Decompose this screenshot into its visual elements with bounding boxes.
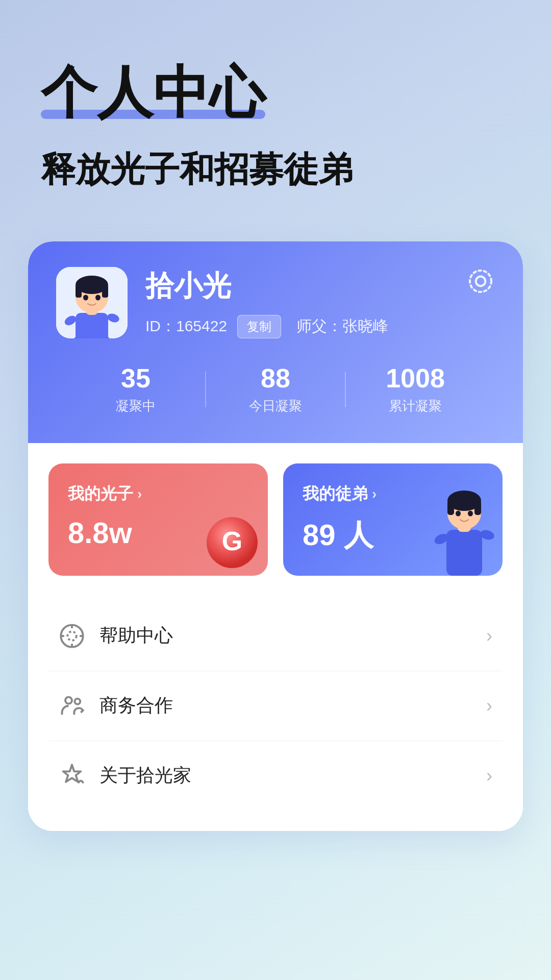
profile-text: 拾小光 ID：165422 复制 师父：张晓峰: [145, 267, 495, 338]
svg-point-1: [470, 271, 491, 292]
stat-condensing: 35 凝聚中: [66, 364, 205, 415]
stat-today-label: 今日凝聚: [206, 397, 345, 415]
disciple-chevron-icon: ›: [372, 486, 377, 502]
svg-rect-8: [76, 285, 82, 298]
stat-condensing-label: 凝聚中: [66, 397, 205, 415]
disciple-figure-icon: [431, 484, 497, 576]
svg-rect-16: [446, 530, 482, 576]
svg-point-32: [65, 697, 72, 703]
profile-id: ID：165422: [145, 316, 227, 337]
profile-section: 拾小光 ID：165422 复制 师父：张晓峰 35 凝聚中 88 今日凝聚 1: [28, 241, 523, 443]
photon-chevron-icon: ›: [137, 486, 142, 502]
svg-rect-20: [447, 501, 454, 515]
menu-label-about: 关于拾光家: [99, 763, 191, 788]
menu-item-about-left: 关于拾光家: [59, 763, 191, 789]
svg-rect-4: [76, 313, 108, 338]
svg-point-11: [95, 295, 101, 300]
stat-total: 1008 累计凝聚: [346, 364, 485, 415]
disciple-card[interactable]: 我的徒弟 › 89 人: [283, 463, 503, 576]
stat-today-value: 88: [206, 364, 345, 393]
menu-item-help[interactable]: 帮助中心 ›: [48, 601, 503, 671]
menu-section: 帮助中心 › 商务合作 ›: [28, 596, 523, 831]
page-title: 个人中心: [41, 61, 265, 123]
page-header: 个人中心 释放光子和招募徒弟: [0, 0, 551, 211]
menu-label-business: 商务合作: [99, 693, 173, 718]
svg-rect-9: [102, 285, 108, 298]
settings-icon[interactable]: [466, 267, 495, 296]
help-icon: [59, 623, 85, 649]
photon-card[interactable]: 我的光子 › 8.8w G: [48, 463, 268, 576]
svg-point-27: [67, 631, 76, 640]
main-card: 拾小光 ID：165422 复制 师父：张晓峰 35 凝聚中 88 今日凝聚 1: [28, 241, 523, 831]
profile-master: 师父：张晓峰: [296, 316, 388, 337]
cards-row: 我的光子 › 8.8w G: [28, 443, 523, 596]
svg-point-0: [476, 276, 486, 286]
photon-orb-icon: G: [204, 514, 260, 571]
svg-point-23: [468, 510, 473, 516]
menu-label-help: 帮助中心: [99, 623, 173, 648]
about-chevron-icon: ›: [486, 765, 492, 787]
stat-total-value: 1008: [346, 364, 485, 393]
stats-row: 35 凝聚中 88 今日凝聚 1008 累计凝聚: [56, 364, 495, 415]
avatar: [56, 267, 128, 338]
business-chevron-icon: ›: [486, 695, 492, 717]
page-subtitle: 释放光子和招募徒弟: [41, 149, 510, 190]
business-icon: [59, 693, 85, 719]
stat-total-label: 累计凝聚: [346, 397, 485, 415]
menu-item-business-left: 商务合作: [59, 693, 173, 719]
photon-card-title: 我的光子 ›: [68, 483, 248, 505]
menu-item-help-left: 帮助中心: [59, 623, 173, 649]
help-chevron-icon: ›: [486, 625, 492, 647]
svg-point-33: [74, 699, 80, 704]
profile-meta: ID：165422 复制 师父：张晓峰: [145, 315, 495, 338]
stat-condensing-value: 35: [66, 364, 205, 393]
svg-point-22: [456, 510, 461, 516]
profile-info: 拾小光 ID：165422 复制 师父：张晓峰: [56, 267, 495, 338]
stat-today: 88 今日凝聚: [206, 364, 345, 415]
profile-name: 拾小光: [145, 267, 495, 306]
about-icon: [59, 763, 85, 789]
menu-item-business[interactable]: 商务合作 ›: [48, 671, 503, 741]
svg-text:G: G: [222, 526, 242, 556]
menu-item-about[interactable]: 关于拾光家 ›: [48, 741, 503, 811]
svg-rect-21: [474, 501, 481, 515]
svg-point-10: [83, 295, 88, 300]
copy-button[interactable]: 复制: [237, 315, 281, 338]
